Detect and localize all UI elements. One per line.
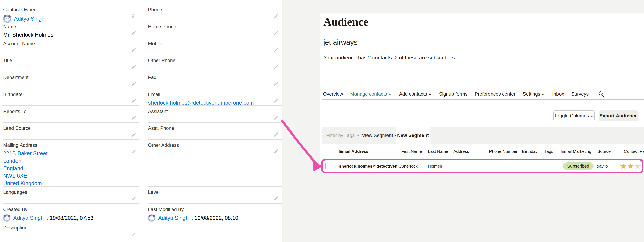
edit-icon[interactable] xyxy=(131,64,136,69)
field-email: Email sherlock.holmes@detectivenumberone… xyxy=(148,89,282,106)
chevron-down-icon: ⌄ xyxy=(590,113,594,118)
column-divider xyxy=(335,144,335,159)
audience-summary: Your audience has 2 contacts. 2 of these… xyxy=(323,54,456,61)
tab-inbox[interactable]: Inbox xyxy=(552,91,564,97)
last-modified-timestamp: , 19/08/2022, 08:10 xyxy=(192,215,238,221)
export-audience-button[interactable]: Export Audience xyxy=(599,110,638,121)
edit-icon[interactable] xyxy=(274,196,279,201)
edit-icon[interactable] xyxy=(274,98,279,103)
field-fax: Fax xyxy=(148,72,282,89)
field-lead-source: Lead Source xyxy=(3,123,139,140)
edit-icon[interactable] xyxy=(274,64,279,69)
row-checkbox[interactable] xyxy=(325,163,331,169)
column-header-first-name[interactable]: First Name xyxy=(401,144,422,159)
filter-bar-divider xyxy=(430,127,430,144)
tab-signup-forms[interactable]: Signup forms xyxy=(439,91,467,97)
column-header-birthday[interactable]: Birthday xyxy=(522,144,538,159)
field-label: Reports To xyxy=(3,106,139,114)
edit-icon[interactable] xyxy=(274,149,279,154)
edit-icon[interactable] xyxy=(274,13,279,19)
field-label: Home Phone xyxy=(148,21,282,30)
column-header-email[interactable]: Email Address xyxy=(339,144,368,159)
edit-icon[interactable] xyxy=(131,132,136,137)
last-modified-by-link[interactable]: Aditya Singh xyxy=(158,215,189,221)
field-name: Name Mr. Sherlock Holmes xyxy=(3,21,139,38)
column-header-address[interactable]: Address xyxy=(454,144,469,159)
field-mobile: Mobile xyxy=(148,38,282,55)
contact-detail-panel: Contact Owner Aditya Singh Name Mr. Sher… xyxy=(0,0,282,242)
column-header-last-name[interactable]: Last Name xyxy=(428,144,448,159)
edit-icon[interactable] xyxy=(131,149,136,154)
tabs-divider xyxy=(322,99,644,100)
toggle-columns-button[interactable]: Toggle Columns⌄ xyxy=(554,110,594,121)
field-label: Fax xyxy=(148,72,282,80)
mailing-address-state-link[interactable]: England xyxy=(3,165,139,172)
tab-settings[interactable]: Settings⌄ xyxy=(523,91,545,97)
field-description: Description xyxy=(3,222,139,240)
edit-icon[interactable] xyxy=(274,47,279,52)
tab-add-contacts[interactable]: Add contacts⌄ xyxy=(399,91,432,97)
mailing-address-postcode-link[interactable]: NW1 6XE xyxy=(3,172,139,180)
edit-icon[interactable] xyxy=(131,30,136,36)
page-title: Audience xyxy=(323,16,368,28)
subscribers-count-link[interactable]: 2 xyxy=(395,55,398,61)
field-label: Last Modified By xyxy=(148,204,282,212)
edit-icon[interactable] xyxy=(274,30,279,36)
created-by-timestamp: , 19/08/2022, 07:53 xyxy=(47,215,94,221)
new-segment-button[interactable]: New Segment xyxy=(396,127,430,144)
search-icon[interactable] xyxy=(598,91,604,97)
column-header-email-marketing[interactable]: Email Marketing xyxy=(561,144,592,159)
edit-icon[interactable] xyxy=(274,81,279,86)
avatar xyxy=(148,214,155,222)
field-label: Contact Owner xyxy=(3,4,139,13)
star-empty-icon: ★ xyxy=(634,162,642,171)
edit-icon[interactable] xyxy=(131,47,136,52)
edit-icon[interactable] xyxy=(131,98,136,103)
mailing-address-country-link[interactable]: United Kingdom xyxy=(3,180,139,187)
edit-icon[interactable] xyxy=(131,196,136,201)
tab-surveys[interactable]: Surveys xyxy=(571,91,589,97)
field-level: Level xyxy=(148,187,282,204)
field-other-address: Other Address xyxy=(148,140,282,187)
contacts-count-link[interactable]: 2 xyxy=(368,55,371,61)
column-header-tags[interactable]: Tags xyxy=(544,144,553,159)
field-label: Name xyxy=(3,21,139,30)
star-filled-icon: ★ xyxy=(620,162,627,171)
audience-page: Audience jet airways Your audience has 2… xyxy=(320,13,644,173)
tab-preferences-center[interactable]: Preferences center xyxy=(475,91,516,97)
edit-icon[interactable] xyxy=(131,81,136,86)
filter-by-tags-dropdown[interactable]: Filter by Tags⌄ xyxy=(326,127,360,144)
summary-text: of these are subscribers. xyxy=(398,55,456,61)
edit-icon[interactable] xyxy=(131,231,136,237)
avatar xyxy=(3,214,10,222)
column-header-source[interactable]: Source xyxy=(597,144,611,159)
created-by-link[interactable]: Aditya Singh xyxy=(13,215,44,221)
tab-manage-contacts[interactable]: Manage contacts⌄ xyxy=(350,91,392,97)
change-owner-icon[interactable] xyxy=(130,13,136,19)
contact-email-cell[interactable]: sherlock.holmes@detectiven...› xyxy=(339,160,404,172)
column-header-contact-rating[interactable]: Contact Rating xyxy=(624,144,644,159)
column-header-phone[interactable]: Phone Number xyxy=(489,144,518,159)
field-languages: Languages xyxy=(3,187,139,204)
edit-icon[interactable] xyxy=(274,132,279,137)
edit-icon[interactable] xyxy=(131,115,136,120)
edit-icon[interactable] xyxy=(274,115,279,120)
view-segment-dropdown[interactable]: View Segment⌄ xyxy=(362,127,398,144)
field-label: Birthdate xyxy=(3,89,139,97)
contact-fields-right-column: Phone Home Phone Mobile Other Phone Fax … xyxy=(148,4,282,222)
field-label: Level xyxy=(148,187,282,195)
chevron-down-icon: ⌄ xyxy=(388,91,392,96)
contact-fields-left-column: Contact Owner Aditya Singh Name Mr. Sher… xyxy=(3,4,139,240)
source-cell: tray.io xyxy=(596,160,608,172)
field-title: Title xyxy=(3,55,139,72)
contacts-table: Email Address First Name Last Name Addre… xyxy=(323,144,644,159)
highlighted-contact-row[interactable]: sherlock.holmes@detectiven...› Sherlock … xyxy=(321,159,644,173)
mailing-address-street-link[interactable]: 221B Baker Street xyxy=(3,150,139,157)
chevron-down-icon: ⌄ xyxy=(428,91,432,96)
field-asst-phone: Asst. Phone xyxy=(148,123,282,140)
tab-overview[interactable]: Overview xyxy=(323,91,343,97)
column-divider xyxy=(335,160,335,172)
field-label: Email xyxy=(148,89,282,97)
mailing-address-city-link[interactable]: London xyxy=(3,157,139,165)
field-label: Description xyxy=(3,222,139,231)
